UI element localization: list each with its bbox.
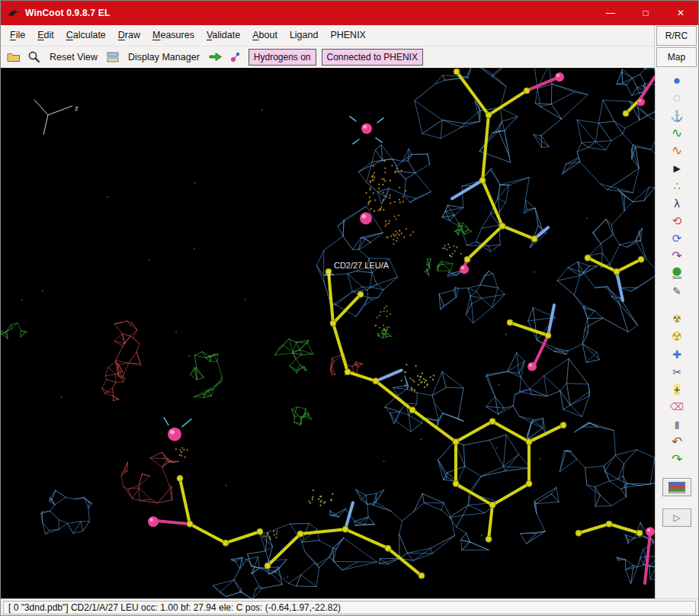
rotate-translate-icon[interactable]: ▶ [665, 160, 688, 176]
magnifier-icon[interactable] [26, 49, 42, 65]
rotamers-icon[interactable]: λ [665, 195, 688, 211]
rrc-button[interactable]: R/RC [656, 26, 697, 46]
menu-item[interactable]: Edit [31, 27, 60, 43]
atom-label: CD2/27 LEU/A [334, 261, 390, 270]
reset-view-button[interactable]: Reset View [46, 50, 101, 64]
undo-icon[interactable]: ↶ [665, 434, 688, 450]
edit-chi-angles-icon[interactable]: ⟲ [665, 213, 688, 229]
menu-item[interactable]: Calculate [60, 27, 112, 43]
go-to-atom-arrow-icon[interactable] [207, 50, 224, 63]
jiggle-fit-icon[interactable]: ✚ [665, 346, 688, 362]
statusbar: [ 0 "3dnd.pdb"] CD2/1/A/27 LEU occ: 1.00… [1, 598, 698, 615]
menu-item[interactable]: Ligand [284, 27, 325, 43]
main-area: z CD2/27 LEU/A ● ◌ [1, 68, 698, 598]
menubar: File Edit Calculate Draw Measures Valida… [1, 25, 654, 46]
menu-item[interactable]: File [4, 27, 31, 43]
close-button[interactable]: ✕ [663, 1, 698, 25]
hydrogens-toggle[interactable]: Hydrogens on [248, 49, 316, 66]
refinement-flag-icon [669, 482, 685, 493]
real-space-refine-icon[interactable]: ∿ [665, 125, 688, 141]
display-manager-button[interactable]: Display Manager [124, 50, 204, 64]
rigid-body-sphere-icon[interactable]: ● [665, 72, 688, 88]
maximize-button[interactable]: □ [628, 1, 663, 25]
tool-sidebar: ● ◌ ⚓ ∿ [655, 68, 698, 598]
radiation-icon[interactable]: ☢ [665, 329, 688, 345]
minimize-button[interactable]: — [593, 1, 628, 25]
window-title: WinCoot 0.9.8.7 EL [25, 8, 111, 18]
titlebar: WinCoot 0.9.8.7 EL — □ ✕ [1, 1, 698, 25]
flip-peptide-icon[interactable]: ↷ [665, 248, 688, 264]
status-text: [ 0 "3dnd.pdb"] CD2/1/A/27 LEU occ: 1.00… [3, 601, 696, 614]
delete-item-icon[interactable]: ⌫ [665, 399, 688, 415]
axis-z-label: z [75, 104, 79, 112]
add-alt-conf-icon[interactable]: ☢ [665, 311, 688, 327]
menu-item[interactable]: PHENIX [324, 27, 372, 43]
scissors-icon[interactable]: ✂ [665, 364, 688, 380]
anchor-icon[interactable]: ⚓ [665, 107, 688, 124]
phenix-toggle[interactable]: Connected to PHENIX [322, 49, 423, 66]
auto-fit-rotamer-icon[interactable]: ∴ [665, 178, 688, 194]
add-residue-icon[interactable]: + [665, 381, 688, 397]
ligand-molecule-icon[interactable] [228, 50, 243, 65]
app-window: WinCoot 0.9.8.7 EL — □ ✕ File Edit Calcu… [0, 0, 699, 616]
menu-item[interactable]: Validate [200, 27, 246, 43]
side-chain-flip-icon[interactable]: ⬤ Side [665, 265, 688, 281]
menu-item[interactable]: About [246, 27, 284, 43]
top-chrome: File Edit Calculate Draw Measures Valida… [1, 25, 698, 68]
torsion-general-icon[interactable]: ⟳ [665, 230, 688, 246]
open-coordinates-icon[interactable] [5, 50, 22, 64]
redo-icon[interactable]: ↷ [665, 451, 688, 467]
gl-canvas[interactable]: z CD2/27 LEU/A [1, 68, 655, 598]
run-refinement-button[interactable] [662, 478, 691, 496]
right-top-buttons: R/RC Map [654, 25, 698, 68]
menu-item[interactable]: Measures [146, 27, 200, 43]
regularize-zone-icon[interactable]: ∿ [665, 143, 688, 159]
map-button[interactable]: Map [656, 47, 697, 67]
mutate-pencil-icon[interactable]: ✎ [665, 283, 688, 299]
menu-item[interactable]: Draw [112, 27, 146, 43]
toolbar: Reset View Display Manager Hydrogens on … [1, 46, 654, 68]
window-controls: — □ ✕ [593, 1, 698, 25]
app-icon [8, 7, 20, 19]
eraser-cylinder-icon[interactable]: ▮ [665, 416, 688, 432]
axis-indicator: z [34, 100, 79, 135]
display-manager-icon[interactable] [105, 50, 120, 64]
dashed-circle-icon[interactable]: ◌ [665, 90, 688, 106]
expand-toolbar-button[interactable]: ▷ [662, 509, 691, 527]
